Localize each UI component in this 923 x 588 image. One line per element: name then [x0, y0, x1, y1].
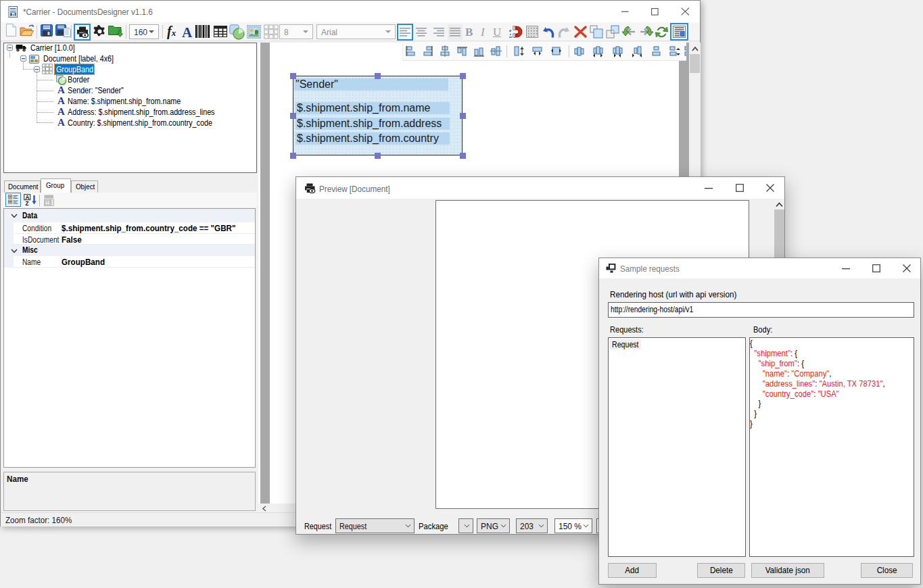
svg-text:A: A [25, 195, 29, 201]
svg-text:Z: Z [25, 201, 28, 206]
